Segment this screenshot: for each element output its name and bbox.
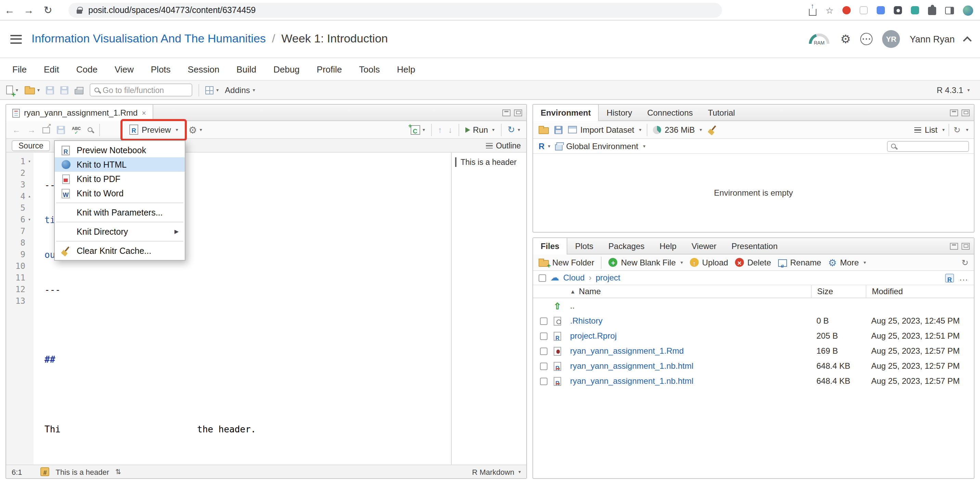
extensions-puzzle-icon[interactable]: [928, 7, 936, 15]
collapse-chevron-icon[interactable]: [963, 36, 972, 45]
goto-file-search[interactable]: [90, 83, 192, 97]
nav-forward-icon[interactable]: →: [27, 125, 36, 134]
column-header-modified[interactable]: Modified: [866, 285, 974, 298]
outline-toggle-button[interactable]: Outline: [485, 141, 521, 149]
tab-connections[interactable]: Connections: [640, 105, 700, 121]
row-checkbox[interactable]: [539, 362, 547, 370]
bookmark-star-icon[interactable]: ☆: [826, 5, 834, 15]
preview-button[interactable]: Preview ▾: [126, 123, 181, 136]
menu-build[interactable]: Build: [237, 64, 256, 74]
more-button[interactable]: ⚙ More ▾: [828, 257, 866, 268]
language-selector[interactable]: R ▾: [539, 141, 550, 151]
spellcheck-icon[interactable]: [72, 127, 81, 134]
save-button[interactable]: [46, 86, 54, 94]
file-link[interactable]: ryan_yann_assignment_1.nb.html: [570, 376, 811, 386]
file-link[interactable]: ..: [570, 301, 811, 311]
file-link[interactable]: project.Rproj: [570, 331, 811, 341]
menu-view[interactable]: View: [115, 64, 134, 74]
tab-presentation[interactable]: Presentation: [724, 238, 785, 254]
scope-selector[interactable]: Global Environment ▾: [555, 141, 645, 151]
file-link[interactable]: ryan_yann_assignment_1.nb.html: [570, 361, 811, 371]
document-type-selector[interactable]: R Markdown ▾: [472, 468, 521, 476]
tab-help[interactable]: Help: [652, 238, 684, 254]
save-all-button[interactable]: [60, 86, 68, 94]
refresh-files-icon[interactable]: ↻: [961, 257, 968, 267]
tab-environment[interactable]: Environment: [533, 105, 599, 121]
editor-tab[interactable]: ryan_yann_assignment_1.Rmd ×: [6, 105, 153, 121]
tab-history[interactable]: History: [599, 105, 640, 121]
menu-item-knit-to-html[interactable]: Knit to HTML: [55, 157, 185, 172]
file-row[interactable]: ryan_yann_assignment_1.nb.html 648.4 KB …: [533, 359, 974, 373]
select-all-checkbox[interactable]: [539, 274, 546, 281]
panes-layout-button[interactable]: ▾: [205, 86, 219, 94]
tab-packages[interactable]: Packages: [601, 238, 652, 254]
minimize-pane-icon[interactable]: [950, 109, 958, 116]
addins-button[interactable]: Addins▾: [225, 85, 255, 95]
workspace-link[interactable]: Information Visualisation And The Humani…: [32, 32, 266, 46]
minimize-pane-icon[interactable]: [502, 109, 511, 116]
extension-icon[interactable]: [894, 6, 902, 14]
menu-profile[interactable]: Profile: [317, 64, 342, 74]
knit-settings-button[interactable]: ⚙▾: [188, 124, 202, 135]
file-row[interactable]: project.Rproj 205 B Aug 25, 2023, 12:51 …: [533, 328, 974, 343]
url-bar[interactable]: posit.cloud/spaces/404773/content/637445…: [68, 3, 722, 18]
delete-button[interactable]: Delete: [735, 257, 771, 267]
browser-profile-avatar[interactable]: [963, 5, 973, 15]
insert-chunk-button[interactable]: ▾: [410, 125, 425, 134]
menu-plots[interactable]: Plots: [151, 64, 171, 74]
breadcrumb-root-link[interactable]: Cloud: [563, 273, 585, 283]
source-mode-button[interactable]: Source: [12, 140, 50, 151]
menu-file[interactable]: File: [12, 64, 27, 74]
tab-files[interactable]: Files: [533, 238, 568, 254]
breadcrumb-current-link[interactable]: project: [596, 273, 620, 283]
refresh-environment-icon[interactable]: ↻: [954, 125, 961, 134]
outline-item[interactable]: This is a header: [455, 157, 523, 167]
menu-item-knit-to-word[interactable]: Knit to Word: [55, 186, 185, 200]
menu-icon[interactable]: [10, 35, 22, 43]
menu-help[interactable]: Help: [397, 64, 415, 74]
upload-button[interactable]: Upload: [690, 257, 728, 267]
file-link[interactable]: .Rhistory: [570, 316, 811, 326]
fold-icon[interactable]: ▴: [25, 191, 33, 202]
list-view-selector[interactable]: List ▾: [914, 125, 944, 134]
tab-tutorial[interactable]: Tutorial: [700, 105, 743, 121]
file-row[interactable]: ryan_yann_assignment_1.nb.html 648.4 KB …: [533, 373, 974, 389]
new-file-button[interactable]: ▾: [6, 86, 18, 94]
row-checkbox[interactable]: [539, 377, 547, 385]
back-icon[interactable]: ←: [0, 4, 19, 16]
memory-usage-button[interactable]: 236 MiB ▾: [653, 125, 702, 134]
section-stepper-icon[interactable]: ⇅: [115, 468, 121, 475]
new-blank-file-button[interactable]: New Blank File ▾: [609, 257, 683, 267]
file-row-parent-dir[interactable]: ⇧ ..: [533, 298, 974, 313]
open-in-window-icon[interactable]: [43, 127, 50, 133]
file-row[interactable]: ryan_yann_assignment_1.Rmd 169 B Aug 25,…: [533, 343, 974, 359]
import-dataset-button[interactable]: Import Dataset ▾: [568, 125, 641, 134]
settings-gear-icon[interactable]: ⚙: [840, 32, 851, 46]
file-link[interactable]: ryan_yann_assignment_1.Rmd: [570, 346, 811, 356]
forward-icon[interactable]: →: [19, 4, 38, 16]
run-button[interactable]: Run▾: [465, 125, 495, 134]
section-navigator[interactable]: This is a header: [56, 468, 110, 476]
column-header-size[interactable]: Size: [811, 285, 866, 298]
menu-item-knit-to-pdf[interactable]: Knit to PDF: [55, 172, 185, 186]
menu-item-knit-with-parameters[interactable]: Knit with Parameters...: [55, 205, 185, 219]
save-workspace-icon[interactable]: [554, 126, 563, 134]
share-icon[interactable]: [809, 8, 817, 15]
tab-plots[interactable]: Plots: [568, 238, 601, 254]
clear-environment-icon[interactable]: [708, 125, 717, 134]
maximize-pane-icon[interactable]: [514, 109, 522, 116]
extension-icon[interactable]: [859, 6, 868, 14]
go-next-chunk-icon[interactable]: ↓: [448, 125, 452, 134]
more-menu-icon[interactable]: [860, 33, 873, 45]
r-version-selector[interactable]: R 4.3.1 ▾: [937, 85, 970, 95]
reload-icon[interactable]: ↻: [38, 4, 57, 16]
close-tab-icon[interactable]: ×: [142, 109, 146, 117]
extension-icon[interactable]: [877, 6, 885, 14]
rename-button[interactable]: Rename: [778, 257, 821, 267]
menu-tools[interactable]: Tools: [359, 64, 380, 74]
fold-icon[interactable]: ▾: [25, 214, 33, 226]
user-avatar[interactable]: YR: [882, 30, 900, 48]
maximize-pane-icon[interactable]: [961, 243, 970, 249]
adblock-extension-icon[interactable]: [842, 6, 851, 14]
go-previous-chunk-icon[interactable]: ↑: [438, 125, 442, 134]
